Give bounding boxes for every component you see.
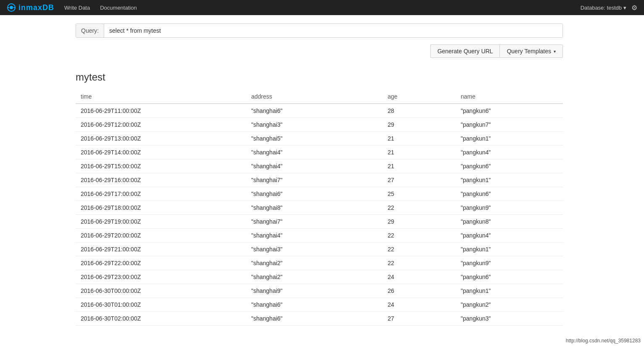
table-body: 2016-06-29T11:00:00Z"shanghai6"28"pangku… [76,104,563,326]
table-row: 2016-06-29T15:00:00Z"shanghai4"21"pangku… [76,159,563,173]
cell-time: 2016-06-29T15:00:00Z [76,159,246,173]
navbar-right: Database: testdb ▾ ⚙ [581,4,637,12]
svg-point-1 [10,6,13,9]
cell-address: "shanghai8" [246,201,383,215]
col-header-address: address [246,90,383,104]
main-content: Query: Generate Query URL Query Template… [0,15,644,334]
db-selector-label: Database: testdb [581,5,622,11]
col-header-age: age [383,90,456,104]
table-row: 2016-06-29T14:00:00Z"shanghai4"21"pangku… [76,146,563,159]
cell-time: 2016-06-30T02:00:00Z [76,312,246,326]
cell-time: 2016-06-29T21:00:00Z [76,243,246,256]
cell-time: 2016-06-29T17:00:00Z [76,187,246,201]
cell-name: "pangkun6" [456,159,563,173]
query-label: Query: [76,24,104,37]
buttons-row: Generate Query URL Query Templates ▾ [76,44,563,58]
query-input[interactable] [104,24,563,37]
cell-address: "shanghai6" [246,187,383,201]
cell-time: 2016-06-29T12:00:00Z [76,118,246,132]
cell-address: "shanghai4" [246,159,383,173]
navbar: inmaxDB Write Data Documentation Databas… [0,0,644,15]
cell-time: 2016-06-29T13:00:00Z [76,132,246,146]
cell-address: "shanghai7" [246,215,383,229]
cell-name: "pangkun6" [456,270,563,284]
table-row: 2016-06-29T23:00:00Z"shanghai2"24"pangku… [76,270,563,284]
cell-time: 2016-06-29T20:00:00Z [76,229,246,243]
cell-address: "shanghai3" [246,118,383,132]
cell-time: 2016-06-29T18:00:00Z [76,201,246,215]
cell-name: "pangkun9" [456,256,563,270]
cell-age: 22 [383,201,456,215]
cell-name: "pangkun8" [456,215,563,229]
table-row: 2016-06-30T02:00:00Z"shanghai6"27"pangku… [76,312,563,326]
table-header: time address age name [76,90,563,104]
cell-age: 26 [383,284,456,298]
cell-name: "pangkun4" [456,229,563,243]
query-bar: Query: [76,23,563,38]
table-row: 2016-06-30T00:00:00Z"shanghai9"26"pangku… [76,284,563,298]
cell-age: 22 [383,229,456,243]
cell-address: "shanghai6" [246,104,383,118]
cell-name: "pangkun7" [456,118,563,132]
chevron-down-icon: ▾ [623,5,626,11]
query-templates-label: Query Templates [507,48,551,55]
table-row: 2016-06-29T17:00:00Z"shanghai6"25"pangku… [76,187,563,201]
cell-name: "pangkun6" [456,187,563,201]
cell-name: "pangkun1" [456,243,563,256]
table-row: 2016-06-30T01:00:00Z"shanghai6"24"pangku… [76,298,563,312]
cell-age: 22 [383,256,456,270]
cell-age: 22 [383,243,456,256]
cell-address: "shanghai4" [246,229,383,243]
table-row: 2016-06-29T18:00:00Z"shanghai8"22"pangku… [76,201,563,215]
cell-address: "shanghai9" [246,284,383,298]
cell-time: 2016-06-29T11:00:00Z [76,104,246,118]
cell-time: 2016-06-29T19:00:00Z [76,215,246,229]
cell-age: 21 [383,159,456,173]
cell-address: "shanghai3" [246,243,383,256]
query-templates-button[interactable]: Query Templates ▾ [499,44,563,58]
table-row: 2016-06-29T16:00:00Z"shanghai7"27"pangku… [76,173,563,187]
cell-address: "shanghai4" [246,146,383,159]
cell-age: 24 [383,298,456,312]
cell-age: 27 [383,312,456,326]
cell-age: 24 [383,270,456,284]
cell-name: "pangkun2" [456,298,563,312]
nav-write-data[interactable]: Write Data [64,5,90,11]
logo-icon [7,3,16,12]
cell-time: 2016-06-29T14:00:00Z [76,146,246,159]
db-selector[interactable]: Database: testdb ▾ [581,5,626,11]
table-row: 2016-06-29T22:00:00Z"shanghai2"22"pangku… [76,256,563,270]
table-title: mytest [76,71,568,83]
cell-name: "pangkun1" [456,132,563,146]
cell-name: "pangkun1" [456,284,563,298]
cell-name: "pangkun9" [456,201,563,215]
nav-documentation[interactable]: Documentation [100,5,137,11]
chevron-down-icon: ▾ [554,49,556,54]
cell-age: 21 [383,132,456,146]
cell-address: "shanghai7" [246,173,383,187]
settings-icon[interactable]: ⚙ [631,4,637,12]
cell-address: "shanghai2" [246,256,383,270]
navbar-logo: inmaxDB [7,3,54,12]
cell-age: 21 [383,146,456,159]
cell-time: 2016-06-29T22:00:00Z [76,256,246,270]
cell-age: 27 [383,173,456,187]
cell-name: "pangkun1" [456,173,563,187]
cell-address: "shanghai6" [246,312,383,326]
cell-time: 2016-06-30T00:00:00Z [76,284,246,298]
table-row: 2016-06-29T12:00:00Z"shanghai3"29"pangku… [76,118,563,132]
navbar-left: inmaxDB Write Data Documentation [7,3,137,12]
cell-time: 2016-06-30T01:00:00Z [76,298,246,312]
table-row: 2016-06-29T13:00:00Z"shanghai5"21"pangku… [76,132,563,146]
data-table: time address age name 2016-06-29T11:00:0… [76,90,563,326]
cell-age: 25 [383,187,456,201]
table-row: 2016-06-29T20:00:00Z"shanghai4"22"pangku… [76,229,563,243]
cell-name: "pangkun3" [456,312,563,326]
table-row: 2016-06-29T11:00:00Z"shanghai6"28"pangku… [76,104,563,118]
cell-age: 28 [383,104,456,118]
cell-address: "shanghai5" [246,132,383,146]
generate-query-url-button[interactable]: Generate Query URL [430,44,499,58]
cell-name: "pangkun6" [456,104,563,118]
cell-name: "pangkun4" [456,146,563,159]
cell-address: "shanghai2" [246,270,383,284]
